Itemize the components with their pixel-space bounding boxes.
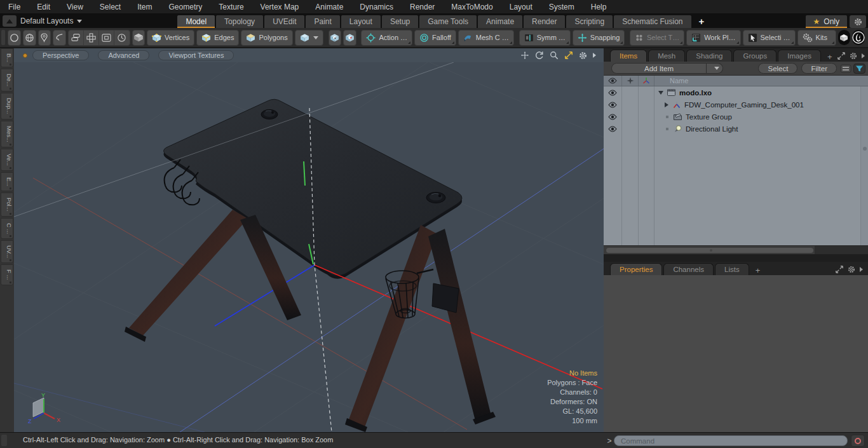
tool-tab-curves[interactable]: C ... xyxy=(1,218,13,239)
menu-maxtomodo[interactable]: MaxToModo xyxy=(443,0,501,14)
viewport-textures-toggle[interactable]: Viewport Textures xyxy=(158,50,234,60)
list-options-icon[interactable] xyxy=(840,64,851,73)
menu-system[interactable]: System xyxy=(541,0,583,14)
tab-items[interactable]: Items xyxy=(610,50,647,62)
edges-mode-button[interactable]: Edges xyxy=(196,30,239,46)
region-view-button[interactable] xyxy=(99,31,114,45)
layout-tab-model[interactable]: Model xyxy=(177,15,215,28)
paint-select-button[interactable] xyxy=(343,30,356,46)
viewport-3d[interactable]: Perspective Advanced Viewport Textures xyxy=(14,48,604,432)
action-center-button[interactable]: Action … xyxy=(361,30,412,46)
panel-settings-gear-icon[interactable] xyxy=(848,266,855,273)
expander-closed-icon[interactable] xyxy=(665,102,668,107)
tab-images[interactable]: Images xyxy=(778,50,821,62)
tab-lists[interactable]: Lists xyxy=(715,263,749,275)
menu-dynamics[interactable]: Dynamics xyxy=(351,0,402,14)
tree-vertical-scrollbar[interactable] xyxy=(860,86,868,245)
panel-settings-gear-icon[interactable] xyxy=(850,52,857,60)
expand-panel-icon[interactable] xyxy=(837,52,845,60)
filter-funnel-icon[interactable] xyxy=(853,64,865,74)
tree-row-scene-root[interactable]: modo.lxo xyxy=(604,86,868,98)
layout-tab-layout[interactable]: Layout xyxy=(341,15,381,28)
add-item-button[interactable]: Add Item xyxy=(611,63,707,74)
panel-menu-arrow-icon[interactable] xyxy=(862,53,865,58)
expand-panel-icon[interactable] xyxy=(836,266,843,273)
tab-mesh-ops[interactable]: Mesh Ops xyxy=(648,50,685,62)
menu-render[interactable]: Render xyxy=(402,0,443,14)
item-mode-button[interactable] xyxy=(132,30,146,46)
layout-tab-animate[interactable]: Animate xyxy=(478,15,522,28)
lasso-tool[interactable] xyxy=(53,30,66,46)
add-item-dropdown[interactable] xyxy=(707,63,723,74)
modo-logo-button[interactable] xyxy=(838,30,850,45)
viewport-shading-advanced[interactable]: Advanced xyxy=(98,50,149,60)
tool-tab-mesh[interactable]: Mes... xyxy=(1,121,13,147)
viewport-3d-scene[interactable]: Y X Z xyxy=(14,62,604,432)
tool-tab-basic[interactable]: B... xyxy=(1,48,13,67)
tool-tab-falloff[interactable]: F ... xyxy=(1,264,13,285)
tree-horizontal-scrollbar[interactable] xyxy=(604,245,868,254)
selection-sets-button[interactable]: Selecti … xyxy=(743,30,796,46)
expander-open-icon[interactable] xyxy=(658,91,663,95)
layout-tab-game-tools[interactable]: Game Tools xyxy=(419,15,477,28)
layers-preset-button[interactable] xyxy=(69,31,84,45)
tree-row-mesh[interactable]: FDW_Computer_Gaming_Desk_001 xyxy=(604,98,868,111)
tab-groups[interactable]: Groups xyxy=(733,50,776,62)
falloff-button[interactable]: Falloff xyxy=(414,30,456,46)
select-button[interactable]: Select xyxy=(758,63,797,74)
menu-help[interactable]: Help xyxy=(583,0,615,14)
menu-vertex-map[interactable]: Vertex Map xyxy=(252,0,308,14)
symmetry-button[interactable]: Symm … xyxy=(519,30,571,46)
layout-tab-schematic-fusion[interactable]: Schematic Fusion xyxy=(614,15,691,28)
quad-view-button[interactable] xyxy=(84,31,99,45)
polygons-mode-button[interactable]: Polygons xyxy=(241,30,292,46)
zoom-icon[interactable] xyxy=(550,51,559,60)
kits-button[interactable]: Kits xyxy=(797,30,836,46)
menu-animate[interactable]: Animate xyxy=(307,0,351,14)
add-panel-tab-button[interactable]: + xyxy=(822,52,837,62)
tree-item-label[interactable]: Texture Group xyxy=(686,113,732,121)
viewport-settings-gear-icon[interactable] xyxy=(579,51,587,60)
vertices-mode-button[interactable]: Vertices xyxy=(147,30,194,46)
viewport-mode-perspective[interactable]: Perspective xyxy=(32,50,89,60)
tree-row-directional-light[interactable]: Directional Light xyxy=(604,123,868,135)
timer-view-button[interactable] xyxy=(114,31,130,45)
tool-tab-duplicate[interactable]: Dup... xyxy=(1,93,13,119)
unreal-engine-logo-button[interactable] xyxy=(852,30,865,45)
tree-row-texture-group[interactable]: Texture Group xyxy=(604,111,868,123)
layout-tab-topology[interactable]: Topology xyxy=(216,15,263,28)
menu-view[interactable]: View xyxy=(58,0,92,14)
favorites-only-toggle[interactable]: ★ Only xyxy=(806,15,847,28)
pan-icon[interactable] xyxy=(520,51,529,60)
tab-properties[interactable]: Properties xyxy=(610,263,662,275)
tab-shading[interactable]: Shading xyxy=(686,50,732,62)
layout-settings-button[interactable] xyxy=(850,15,866,28)
pin-tool[interactable] xyxy=(38,30,51,46)
tree-item-label[interactable]: Directional Light xyxy=(686,125,738,133)
rotate-icon[interactable] xyxy=(535,51,544,60)
menu-edit[interactable]: Edit xyxy=(29,0,58,14)
tree-item-label[interactable]: FDW_Computer_Gaming_Desk_001 xyxy=(684,101,804,109)
tab-channels[interactable]: Channels xyxy=(663,263,714,275)
add-layout-tab-button[interactable]: + xyxy=(693,15,711,28)
tool-tab-polygon[interactable]: Pol... xyxy=(1,193,13,217)
visibility-eye-icon[interactable] xyxy=(604,102,621,108)
panel-menu-arrow-icon[interactable] xyxy=(860,267,863,272)
layout-tab-render[interactable]: Render xyxy=(524,15,565,28)
mesh-constraint-button[interactable]: Mesh C … xyxy=(458,30,514,46)
tool-tab-deform[interactable]: De... xyxy=(1,69,13,92)
command-input[interactable] xyxy=(614,435,848,446)
sphere-tool[interactable] xyxy=(23,30,36,46)
scrollbar-thumb[interactable] xyxy=(606,248,813,253)
menu-select[interactable]: Select xyxy=(92,0,129,14)
visibility-eye-icon[interactable] xyxy=(604,90,621,96)
layout-tab-scripting[interactable]: Scripting xyxy=(566,15,613,28)
menu-file[interactable]: File xyxy=(0,0,29,14)
layout-tab-uvedit[interactable]: UVEdit xyxy=(264,15,304,28)
default-layouts-dropdown[interactable]: Default Layouts xyxy=(20,15,82,27)
menu-geometry[interactable]: Geometry xyxy=(161,0,211,14)
menu-layout[interactable]: Layout xyxy=(501,0,541,14)
visibility-eye-icon[interactable] xyxy=(604,126,621,132)
statusbar-handle[interactable] xyxy=(1,435,7,446)
layout-up-button[interactable] xyxy=(3,15,17,27)
